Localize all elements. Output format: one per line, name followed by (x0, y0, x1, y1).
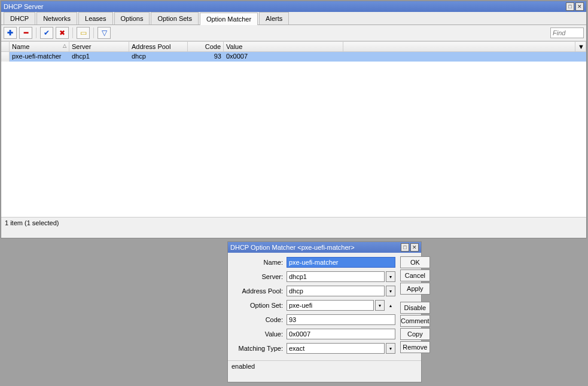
comment-button[interactable]: Comment (400, 315, 430, 327)
window-title: DHCP Server (4, 1, 43, 12)
tab-option-matcher[interactable]: Option Matcher (200, 13, 258, 25)
separator (36, 27, 36, 38)
find-input[interactable] (550, 27, 584, 38)
copy-button[interactable]: Copy (400, 328, 430, 340)
tab-networks[interactable]: Networks (36, 12, 77, 24)
dropdown-icon[interactable]: ▾ (375, 300, 385, 311)
grid-body[interactable]: pxe-uefi-matcher dhcp1 dhcp 93 0x0007 (1, 52, 586, 217)
cell-pool: dhcp (129, 52, 188, 62)
toolbar: ✚ ━ ✔ ✖ ▭ ▽ (1, 25, 586, 41)
filter-button[interactable]: ▽ (98, 27, 111, 39)
row-header-spacer (1, 42, 10, 51)
tab-bar: DHCP Networks Leases Options Option Sets… (1, 12, 586, 25)
value-label: Value: (233, 330, 287, 338)
name-input[interactable] (287, 257, 395, 268)
grid-header: Name△ Server Address Pool Code Value ▼ (1, 41, 586, 52)
option-matcher-dialog: DHCP Option Matcher <pxe-uefi-matcher> □… (227, 241, 422, 382)
cell-code: 93 (188, 52, 224, 62)
disable-button[interactable]: ✖ (56, 27, 69, 39)
dialog-title: DHCP Option Matcher <pxe-uefi-matcher> (230, 242, 355, 253)
cell-name: pxe-uefi-matcher (10, 52, 69, 62)
statusbar-main: 1 item (1 selected) (1, 217, 586, 228)
col-code[interactable]: Code (188, 42, 224, 51)
remove-button[interactable]: ━ (19, 27, 32, 39)
address-pool-input[interactable] (287, 286, 385, 296)
cell-value: 0x0007 (224, 52, 343, 62)
tab-option-sets[interactable]: Option Sets (151, 12, 198, 24)
address-pool-label: Address Pool: (233, 287, 287, 295)
columns-menu-button[interactable]: ▼ (575, 42, 586, 51)
tab-leases[interactable]: Leases (78, 12, 112, 24)
sort-icon: △ (63, 43, 66, 48)
matching-type-label: Matching Type: (233, 345, 287, 352)
titlebar-dialog[interactable]: DHCP Option Matcher <pxe-uefi-matcher> □… (228, 242, 421, 253)
comment-button[interactable]: ▭ (77, 27, 90, 39)
disable-button[interactable]: Disable (400, 302, 430, 314)
value-input[interactable] (287, 329, 395, 339)
dhcp-server-window: DHCP Server □ ✕ DHCP Networks Leases Opt… (1, 1, 587, 238)
dropdown-icon[interactable]: ▾ (386, 343, 395, 354)
tab-dhcp[interactable]: DHCP (4, 12, 35, 24)
option-set-input[interactable] (287, 300, 374, 311)
cancel-button[interactable]: Cancel (400, 269, 430, 281)
maximize-icon[interactable]: □ (401, 243, 409, 252)
col-name[interactable]: Name△ (10, 42, 69, 51)
col-address-pool[interactable]: Address Pool (129, 42, 188, 51)
code-input[interactable] (287, 314, 395, 325)
add-button[interactable]: ✚ (4, 27, 17, 39)
dialog-body: Name: Server: ▾ Address Pool: ▾ Option S… (228, 253, 421, 360)
tab-alerts[interactable]: Alerts (259, 12, 289, 24)
ok-button[interactable]: OK (400, 256, 430, 268)
option-set-label: Option Set: (233, 302, 287, 309)
col-server[interactable]: Server (69, 42, 129, 51)
separator (72, 27, 73, 38)
maximize-icon[interactable]: □ (566, 2, 574, 11)
enable-button[interactable]: ✔ (40, 27, 53, 39)
server-label: Server: (233, 273, 287, 280)
close-icon[interactable]: ✕ (410, 243, 419, 252)
collapse-up-icon[interactable]: ▴ (386, 300, 395, 311)
cell-server: dhcp1 (69, 52, 129, 62)
tab-options[interactable]: Options (114, 12, 150, 24)
row-handle (1, 52, 10, 62)
col-value[interactable]: Value (224, 42, 343, 51)
fields-panel: Name: Server: ▾ Address Pool: ▾ Option S… (233, 256, 395, 357)
close-icon[interactable]: ✕ (575, 2, 584, 11)
server-input[interactable] (287, 271, 385, 282)
matching-type-input[interactable] (287, 343, 385, 354)
name-label: Name: (233, 259, 287, 266)
dialog-buttons: OK Cancel Apply Disable Comment Copy Rem… (400, 256, 430, 357)
dropdown-icon[interactable]: ▾ (386, 271, 395, 282)
table-row[interactable]: pxe-uefi-matcher dhcp1 dhcp 93 0x0007 (1, 52, 586, 62)
dropdown-icon[interactable]: ▾ (386, 286, 395, 296)
col-spacer (343, 42, 575, 51)
remove-button[interactable]: Remove (400, 341, 430, 353)
apply-button[interactable]: Apply (400, 283, 430, 295)
separator (93, 27, 94, 38)
dialog-status: enabled (228, 360, 421, 372)
code-label: Code: (233, 316, 287, 323)
titlebar-main[interactable]: DHCP Server □ ✕ (1, 1, 586, 12)
